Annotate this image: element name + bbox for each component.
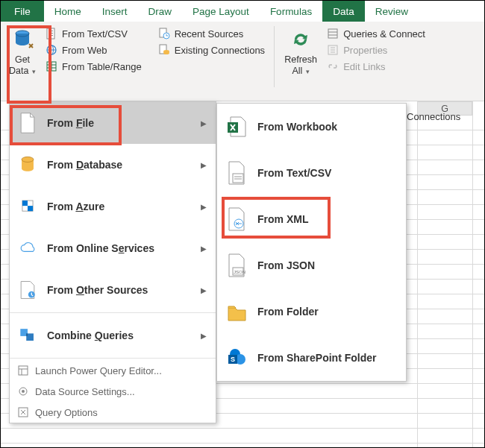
refresh-label-2: All — [292, 66, 302, 76]
menu-launch-pq[interactable]: Launch Power Query Editor... — [10, 360, 216, 381]
get-data-label-2: Data — [9, 66, 28, 76]
svg-rect-28 — [22, 201, 28, 206]
svg-text:JSON: JSON — [234, 270, 245, 274]
submenu-from-json[interactable]: JSON From JSON — [217, 242, 406, 288]
database-icon — [10, 28, 34, 51]
from-table-button[interactable]: From Table/Range — [43, 59, 145, 74]
settings-icon — [17, 385, 29, 397]
web-icon — [46, 44, 57, 56]
submenu-from-sharepoint-label: From SharePoint Folder — [257, 352, 376, 364]
menu-from-online-label: From Online Services — [47, 242, 201, 254]
file-icon — [17, 112, 38, 134]
properties-label: Properties — [343, 45, 387, 56]
from-web-button[interactable]: From Web — [43, 42, 145, 57]
chevron-right-icon: ▶ — [201, 161, 207, 169]
menu-separator — [10, 312, 216, 313]
menu-from-other[interactable]: From Other Sources ▶ — [10, 269, 216, 311]
queries-icon — [327, 28, 339, 40]
textcsv-file-icon — [226, 160, 247, 186]
tab-page-layout[interactable]: Page Layout — [182, 1, 260, 22]
recent-sources-label: Recent Sources — [175, 28, 244, 40]
edit-links-button[interactable]: Edit Links — [324, 59, 428, 74]
recent-sources-button[interactable]: Recent Sources — [155, 26, 268, 41]
tab-review[interactable]: Review — [365, 1, 419, 22]
sharepoint-icon: S — [226, 345, 247, 370]
menu-from-online[interactable]: From Online Services ▶ — [10, 227, 216, 269]
svg-rect-18 — [328, 29, 337, 38]
json-file-icon: JSON — [226, 253, 247, 278]
ribbon-tabs: File Home Insert Draw Page Layout Formul… — [1, 1, 484, 22]
menu-from-database-label: From Database — [47, 159, 201, 171]
menu-ds-settings-label: Data Source Settings... — [35, 386, 135, 397]
menu-query-options-label: Query Options — [35, 407, 98, 418]
refresh-all-button[interactable]: RefreshAll ▾ — [279, 25, 322, 101]
submenu-from-textcsv[interactable]: From Text/CSV — [217, 150, 406, 196]
svg-rect-41 — [233, 174, 243, 183]
queries-connect-button[interactable]: Queries & Connect — [324, 26, 428, 41]
menu-separator — [10, 358, 216, 359]
submenu-from-folder-label: From Folder — [257, 306, 319, 318]
queries-connect-label: Queries & Connect — [343, 28, 425, 40]
tab-home[interactable]: Home — [44, 1, 92, 22]
tab-file[interactable]: File — [1, 1, 44, 22]
from-textcsv-button[interactable]: From Text/CSV — [43, 26, 145, 41]
textcsv-icon — [46, 28, 57, 40]
get-data-button[interactable]: GetData ▾ — [4, 25, 41, 101]
properties-icon — [327, 44, 339, 56]
chevron-right-icon: ▶ — [201, 203, 207, 211]
xml-file-icon — [226, 206, 247, 232]
svg-rect-33 — [26, 333, 28, 336]
menu-from-azure[interactable]: From Azure ▶ — [10, 186, 216, 227]
existing-conn-button[interactable]: Existing Connections — [155, 42, 268, 57]
refresh-label-1: Refresh — [284, 54, 317, 65]
from-file-submenu: From Workbook From Text/CSV From XML JSO… — [216, 103, 407, 382]
svg-point-17 — [163, 50, 169, 53]
pq-editor-icon — [17, 365, 29, 376]
tab-data[interactable]: Data — [322, 1, 365, 22]
tab-draw[interactable]: Draw — [138, 1, 183, 22]
connections-pane-label: Connections — [407, 111, 460, 122]
svg-rect-5 — [48, 35, 53, 36]
menu-query-options[interactable]: Query Options — [10, 402, 216, 423]
menu-from-file-label: From File — [47, 117, 201, 129]
chevron-right-icon: ▶ — [201, 119, 207, 127]
from-table-label: From Table/Range — [62, 61, 142, 72]
get-data-label-1: Get — [15, 54, 30, 65]
get-transform-col1: From Text/CSV From Web From Table/Range — [41, 25, 146, 101]
properties-button[interactable]: Properties — [324, 42, 428, 57]
chevron-down-icon: ▾ — [304, 68, 310, 75]
tab-insert[interactable]: Insert — [92, 1, 138, 22]
recent-icon — [158, 28, 170, 40]
svg-rect-29 — [28, 206, 33, 211]
combine-icon — [17, 324, 38, 347]
chevron-right-icon: ▶ — [201, 286, 207, 294]
ribbon-toolbar: GetData ▾ From Text/CSV From Web From Ta… — [1, 22, 484, 101]
menu-ds-settings[interactable]: Data Source Settings... — [10, 381, 216, 402]
get-data-menu: From File ▶ From Database ▶ From Azure ▶… — [9, 101, 216, 423]
options-icon — [17, 406, 29, 418]
database-icon — [17, 154, 38, 176]
tab-formulas[interactable]: Formulas — [260, 1, 322, 22]
menu-launch-pq-label: Launch Power Query Editor... — [35, 365, 162, 376]
menu-combine[interactable]: Combine Queries ▶ — [10, 315, 216, 356]
submenu-from-textcsv-label: From Text/CSV — [257, 167, 331, 179]
folder-icon — [226, 299, 247, 324]
excel-icon — [226, 114, 247, 139]
chevron-down-icon: ▾ — [30, 68, 36, 75]
menu-from-other-label: From Other Sources — [47, 284, 201, 296]
menu-from-azure-label: From Azure — [47, 201, 201, 212]
svg-rect-34 — [19, 366, 28, 375]
submenu-from-sharepoint[interactable]: S From SharePoint Folder — [217, 335, 406, 381]
existing-conn-icon — [158, 44, 170, 56]
edit-links-label: Edit Links — [343, 61, 385, 72]
from-textcsv-label: From Text/CSV — [62, 28, 128, 40]
submenu-from-folder[interactable]: From Folder — [217, 288, 406, 335]
submenu-from-xml[interactable]: From XML — [217, 196, 406, 242]
menu-from-file[interactable]: From File ▶ — [10, 102, 216, 144]
submenu-from-workbook[interactable]: From Workbook — [217, 104, 406, 150]
chevron-right-icon: ▶ — [201, 244, 207, 253]
chevron-right-icon: ▶ — [201, 332, 207, 340]
menu-from-database[interactable]: From Database ▶ — [10, 144, 216, 186]
other-sources-icon — [17, 279, 38, 301]
svg-text:S: S — [231, 356, 235, 363]
